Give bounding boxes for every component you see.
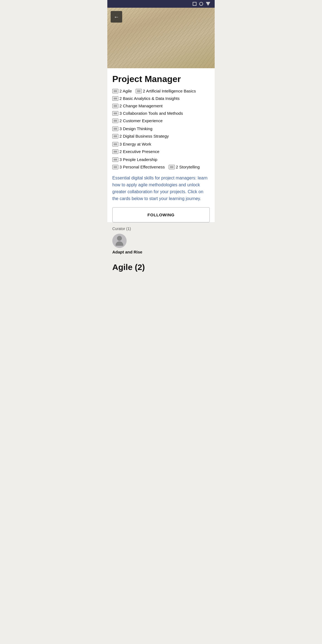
tag-personal-effectiveness[interactable]: 3 Personal Effectiveness [112, 165, 165, 169]
tags-row-3: 2 Change Management [112, 103, 210, 110]
tag-label: 3 People Leadership [119, 157, 157, 162]
back-arrow-icon: ← [114, 14, 119, 20]
tag-icon [112, 142, 118, 146]
tag-label: 3 Energy at Work [119, 142, 151, 146]
tag-people-leadership[interactable]: 3 People Leadership [112, 157, 157, 162]
tag-icon [112, 134, 118, 138]
curator-section: Curator (1) Adapt and Rise [107, 223, 215, 258]
triangle-icon [206, 2, 210, 6]
curator-avatar-area[interactable]: Adapt and Rise [112, 234, 210, 254]
content-area: Project Manager 2 Agile 2 Artificial Int… [107, 68, 215, 222]
back-button[interactable]: ← [111, 11, 122, 23]
tag-icon [112, 165, 118, 169]
avatar [112, 234, 127, 248]
tag-icon [112, 104, 118, 108]
hero-sand-texture [107, 8, 215, 68]
description-text: Essential digital skills for project man… [112, 175, 210, 202]
tag-agile[interactable]: 2 Agile [112, 89, 132, 93]
tag-label: 2 Digital Business Strategy [119, 134, 169, 138]
tag-label: 3 Personal Effectiveness [119, 165, 165, 169]
avatar-person-icon [116, 236, 123, 246]
tag-label: 2 Executive Presence [119, 149, 159, 154]
tags-row-2: 2 Basic Analytics & Data Insights [112, 96, 210, 102]
tag-ai-basics[interactable]: 2 Artificial Intelligence Basics [136, 89, 196, 93]
tag-label: 2 Change Management [119, 103, 163, 108]
tags-container: 2 Agile 2 Artificial Intelligence Basics… [112, 89, 210, 171]
tags-row-1: 2 Agile 2 Artificial Intelligence Basics [112, 89, 210, 95]
square-icon [193, 2, 197, 6]
tag-label: 3 Design Thinking [119, 126, 152, 131]
tag-label: 2 Artificial Intelligence Basics [143, 89, 196, 93]
tag-storytelling[interactable]: 2 Storytelling [169, 165, 200, 169]
avatar-body [116, 241, 123, 246]
tags-row-7: 2 Executive Presence 3 People Leadership [112, 149, 210, 163]
hero-image: ← [107, 8, 215, 68]
agile-section-heading: Agile (2) [107, 258, 215, 273]
tags-row-8: 3 Personal Effectiveness 2 Storytelling [112, 165, 210, 171]
tag-icon [112, 89, 118, 93]
tag-icon [112, 111, 118, 116]
tag-digital-business[interactable]: 2 Digital Business Strategy [112, 134, 169, 138]
tag-icon [112, 127, 118, 131]
tags-row-6: 2 Digital Business Strategy 3 Energy at … [112, 134, 210, 148]
tag-analytics[interactable]: 2 Basic Analytics & Data Insights [112, 96, 179, 101]
status-bar [107, 0, 215, 8]
tag-label: 2 Storytelling [176, 165, 200, 169]
tag-label: 3 Collaboration Tools and Methods [119, 111, 183, 116]
tag-customer-experience[interactable]: 2 Customer Experience [112, 118, 163, 123]
page-title: Project Manager [112, 74, 210, 84]
tag-icon [112, 96, 118, 101]
tag-collaboration[interactable]: 3 Collaboration Tools and Methods [112, 111, 183, 116]
curator-label: Curator (1) [112, 227, 210, 231]
tag-energy-at-work[interactable]: 3 Energy at Work [112, 142, 151, 146]
circle-icon [199, 2, 203, 6]
tag-icon [112, 157, 118, 162]
tag-label: 2 Agile [119, 89, 132, 93]
tag-icon [112, 119, 118, 123]
tag-design-thinking[interactable]: 3 Design Thinking [112, 126, 152, 131]
following-button[interactable]: FOLLOWING [112, 207, 210, 222]
tag-executive-presence[interactable]: 2 Executive Presence [112, 149, 159, 154]
tags-row-5: 2 Customer Experience 3 Design Thinking [112, 118, 210, 133]
avatar-head [117, 236, 122, 241]
tag-change-management[interactable]: 2 Change Management [112, 103, 163, 108]
tag-icon [112, 149, 118, 154]
tag-label: 2 Basic Analytics & Data Insights [119, 96, 179, 101]
tag-label: 2 Customer Experience [119, 118, 163, 123]
tag-icon [136, 89, 142, 93]
curator-name: Adapt and Rise [112, 250, 142, 254]
tag-icon [169, 165, 175, 169]
tags-row-4: 3 Collaboration Tools and Methods [112, 111, 210, 117]
